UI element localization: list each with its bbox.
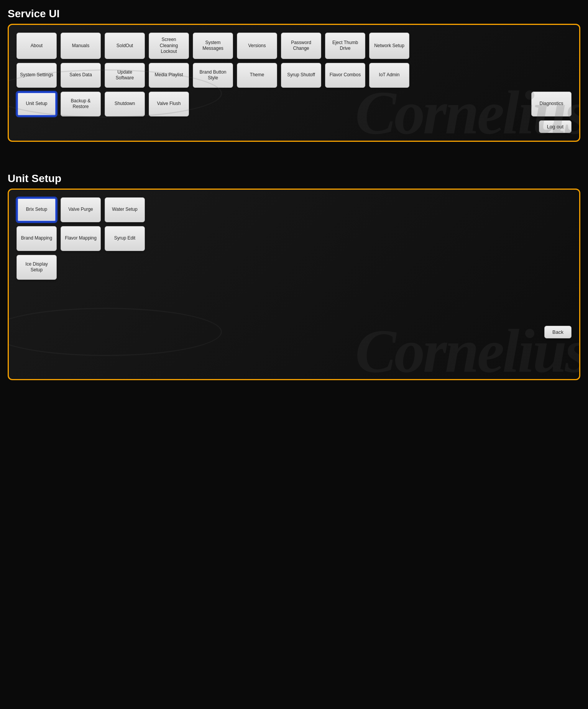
syrup-shutoff-button[interactable]: Syrup Shutoff (281, 63, 321, 88)
brand-mapping-button[interactable]: Brand Mapping (16, 226, 57, 251)
back-row: Back (16, 326, 572, 338)
brix-setup-button[interactable]: Brix Setup (16, 197, 57, 222)
network-setup-button[interactable]: Network Setup (369, 33, 409, 59)
service-ui-row3-wrapper: Unit Setup Backup & Restore Shutdown Val… (16, 92, 572, 117)
about-button[interactable]: About (16, 33, 57, 59)
system-settings-button[interactable]: System Settings (16, 63, 57, 88)
diagnostics-button[interactable]: Diagnostics (531, 92, 572, 117)
service-ui-row3-right: Diagnostics (531, 92, 572, 117)
unit-setup-title: Unit Setup (8, 172, 580, 185)
service-ui-row3-left: Unit Setup Backup & Restore Shutdown Val… (16, 92, 189, 117)
unit-setup-row2: Brand Mapping Flavor Mapping Syrup Edit (16, 226, 572, 251)
unit-setup-row3: Ice Display Setup (16, 255, 572, 280)
valve-purge-button[interactable]: Valve Purge (61, 197, 101, 222)
system-messages-button[interactable]: System Messages (193, 33, 233, 59)
logout-row: Log out (16, 120, 572, 133)
back-button[interactable]: Back (544, 326, 572, 338)
eject-thumb-drive-button[interactable]: Eject Thumb Drive (325, 33, 365, 59)
shutdown-button[interactable]: Shutdown (105, 92, 145, 117)
update-software-button[interactable]: Update Software (105, 63, 145, 88)
backup-restore-button[interactable]: Backup & Restore (61, 92, 101, 117)
media-playlist-button[interactable]: Media Playlist (149, 63, 189, 88)
screen-cleaning-lockout-button[interactable]: Screen Cleaning Lockout (149, 33, 189, 59)
logout-button[interactable]: Log out (539, 120, 572, 133)
manuals-button[interactable]: Manuals (61, 33, 101, 59)
brand-button-style-button[interactable]: Brand Button Style (193, 63, 233, 88)
sales-data-button[interactable]: Sales Data (61, 63, 101, 88)
water-setup-button[interactable]: Water Setup (105, 197, 145, 222)
service-ui-panel: About Manuals SoldOut Screen Cleaning Lo… (8, 24, 580, 142)
service-ui-row1: About Manuals SoldOut Screen Cleaning Lo… (16, 33, 572, 59)
versions-button[interactable]: Versions (237, 33, 277, 59)
syrup-edit-button[interactable]: Syrup Edit (105, 226, 145, 251)
ice-display-setup-button[interactable]: Ice Display Setup (16, 255, 57, 280)
spacer (8, 142, 580, 172)
theme-button[interactable]: Theme (237, 63, 277, 88)
unit-setup-section: Unit Setup Brix Setup Valve Purge Water … (8, 172, 580, 380)
flavor-mapping-button[interactable]: Flavor Mapping (61, 226, 101, 251)
unit-setup-panel: Brix Setup Valve Purge Water Setup Brand… (8, 189, 580, 380)
valve-flush-button[interactable]: Valve Flush (149, 92, 189, 117)
service-ui-section: Service UI About Manuals SoldOut Screen … (8, 8, 580, 142)
password-change-button[interactable]: Password Change (281, 33, 321, 59)
unit-setup-row1: Brix Setup Valve Purge Water Setup (16, 197, 572, 222)
iot-admin-button[interactable]: IoT Admin (369, 63, 409, 88)
unit-setup-button[interactable]: Unit Setup (16, 92, 57, 117)
service-ui-title: Service UI (8, 8, 580, 20)
soldout-button[interactable]: SoldOut (105, 33, 145, 59)
service-ui-row2: System Settings Sales Data Update Softwa… (16, 63, 572, 88)
flavor-combos-button[interactable]: Flavor Combos (325, 63, 365, 88)
